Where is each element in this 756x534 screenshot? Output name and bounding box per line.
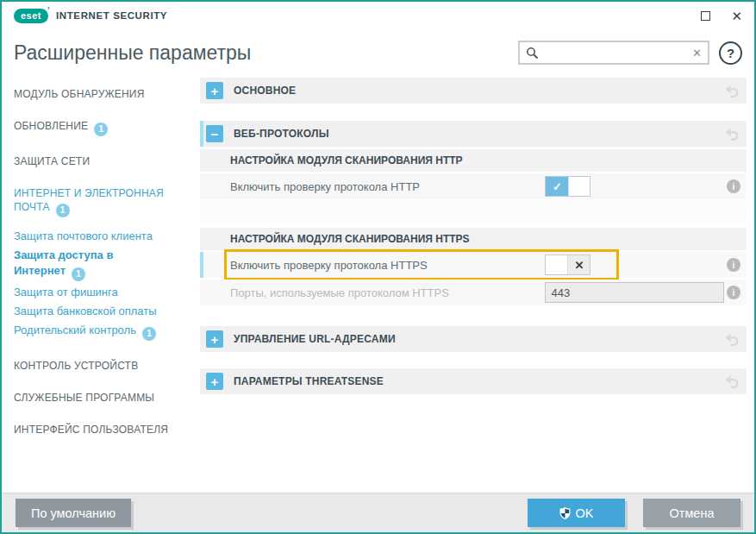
footer: По умолчанию OK Отмена bbox=[2, 493, 754, 532]
http-toggle-row: Включить проверку протокола HTTP ✓ i bbox=[200, 173, 747, 199]
expand-icon[interactable]: + bbox=[206, 330, 223, 348]
info-icon[interactable]: i bbox=[727, 258, 740, 272]
http-toggle-switch[interactable]: ✓ bbox=[545, 176, 590, 197]
maximize-icon[interactable] bbox=[701, 11, 710, 21]
search-box[interactable]: ✕ bbox=[518, 41, 709, 65]
sidebar-item-label: СЛУЖЕБНЫЕ ПРОГРАММЫ bbox=[14, 392, 154, 404]
https-ports-input[interactable] bbox=[545, 282, 724, 303]
collapse-icon[interactable]: − bbox=[206, 125, 223, 142]
sidebar-item-label: Защита банковской оплаты bbox=[14, 305, 157, 317]
http-toggle-label: Включить проверку протокола HTTP bbox=[230, 180, 545, 193]
sidebar-item-email-client-protection[interactable]: Защита почтового клиента bbox=[14, 229, 191, 243]
section-basic[interactable]: + ОСНОВНОЕ bbox=[200, 78, 747, 104]
sidebar-item-label: ЗАЩИТА СЕТИ bbox=[14, 155, 90, 167]
section-web-protocols-label: ВЕБ-ПРОТОКОЛЫ bbox=[234, 128, 329, 140]
settings-content: + ОСНОВНОЕ − ВЕБ-ПРОТОКОЛЫ bbox=[200, 76, 754, 493]
web-access-badge: 1 bbox=[72, 267, 85, 281]
https-toggle-switch[interactable]: ✕ bbox=[545, 254, 590, 275]
update-badge: 1 bbox=[94, 123, 108, 136]
body: МОДУЛЬ ОБНАРУЖЕНИЯ ОБНОВЛЕНИЕ1 ЗАЩИТА СЕ… bbox=[2, 76, 754, 493]
sidebar-item-web-access-protection[interactable]: Защита доступа в Интернет1 bbox=[14, 248, 156, 281]
sidebar-item-antiphishing[interactable]: Защита от фишинга bbox=[14, 285, 191, 299]
https-ports-label: Порты, используемые протоколом HTTPS bbox=[230, 286, 545, 299]
search-icon bbox=[526, 47, 539, 60]
sidebar-item-device-control[interactable]: КОНТРОЛЬ УСТРОЙСТВ bbox=[14, 359, 191, 373]
window-controls: ✕ bbox=[701, 9, 742, 22]
sidebar-item-label: МОДУЛЬ ОБНАРУЖЕНИЯ bbox=[14, 88, 145, 100]
section-threatsense-label: ПАРАМЕТРЫ THREATSENSE bbox=[234, 375, 384, 387]
cancel-button[interactable]: Отмена bbox=[643, 499, 740, 527]
https-toggle-row: Включить проверку протокола HTTPS ✕ i bbox=[200, 252, 747, 278]
sidebar-item-label: Родительский контроль bbox=[14, 324, 136, 336]
section-url-management-label: УПРАВЛЕНИЕ URL-АДРЕСАМИ bbox=[234, 333, 396, 345]
help-button[interactable]: ? bbox=[719, 41, 742, 65]
sidebar-item-label: ОБНОВЛЕНИЕ bbox=[14, 120, 88, 132]
sidebar-item-network-protection[interactable]: ЗАЩИТА СЕТИ bbox=[14, 154, 191, 168]
revert-icon[interactable] bbox=[725, 128, 740, 141]
sidebar-item-parental-control[interactable]: Родительский контроль1 bbox=[14, 323, 191, 341]
revert-icon[interactable] bbox=[725, 85, 740, 97]
sidebar-item-banking-protection[interactable]: Защита банковской оплаты bbox=[14, 304, 191, 318]
check-icon: ✓ bbox=[546, 177, 568, 196]
sidebar-item-update[interactable]: ОБНОВЛЕНИЕ1 bbox=[14, 119, 191, 136]
sidebar-item-web-and-email[interactable]: ИНТЕРНЕТ И ЭЛЕКТРОННАЯ ПОЧТА1 bbox=[14, 186, 178, 217]
ok-button-label: OK bbox=[576, 506, 594, 520]
sidebar-item-detection-engine[interactable]: МОДУЛЬ ОБНАРУЖЕНИЯ bbox=[14, 87, 191, 101]
sidebar-item-label: Защита от фишинга bbox=[14, 286, 118, 298]
sidebar-item-tools[interactable]: СЛУЖЕБНЫЕ ПРОГРАММЫ bbox=[14, 391, 191, 405]
https-scanner-subheader: НАСТРОЙКА МОДУЛЯ СКАНИРОВАНИЯ HTTPS bbox=[200, 228, 747, 250]
expand-icon[interactable]: + bbox=[206, 82, 223, 99]
page-title: Расширенные параметры bbox=[14, 41, 251, 65]
uac-shield-icon bbox=[559, 507, 571, 519]
parental-badge: 1 bbox=[142, 327, 156, 341]
https-toggle-label: Включить проверку протокола HTTPS bbox=[230, 259, 545, 272]
info-icon[interactable]: i bbox=[727, 179, 740, 193]
modified-accent-bar bbox=[200, 252, 203, 278]
http-scanner-subheader: НАСТРОЙКА МОДУЛЯ СКАНИРОВАНИЯ HTTP bbox=[200, 149, 747, 172]
search-clear-icon[interactable]: ✕ bbox=[692, 47, 702, 60]
cross-icon: ✕ bbox=[568, 255, 590, 274]
toggle-knob bbox=[568, 177, 590, 196]
sidebar-item-label: КОНТРОЛЬ УСТРОЙСТВ bbox=[14, 360, 138, 372]
header: Расширенные параметры ✕ ? bbox=[2, 29, 754, 76]
toggle-knob bbox=[546, 255, 568, 274]
section-basic-label: ОСНОВНОЕ bbox=[234, 85, 296, 97]
spacer-row bbox=[200, 201, 747, 225]
search-input[interactable] bbox=[542, 47, 689, 60]
section-url-management[interactable]: + УПРАВЛЕНИЕ URL-АДРЕСАМИ bbox=[200, 326, 747, 352]
eset-logo: eset bbox=[14, 9, 48, 23]
sidebar-item-label: Защита почтового клиента bbox=[14, 229, 153, 242]
titlebar: eset INTERNET SECURITY ✕ bbox=[2, 2, 754, 29]
section-web-protocols[interactable]: − ВЕБ-ПРОТОКОЛЫ bbox=[200, 121, 747, 147]
sidebar: МОДУЛЬ ОБНАРУЖЕНИЯ ОБНОВЛЕНИЕ1 ЗАЩИТА СЕ… bbox=[2, 76, 200, 493]
revert-icon[interactable] bbox=[725, 333, 740, 346]
web-email-badge: 1 bbox=[56, 204, 70, 217]
product-name: INTERNET SECURITY bbox=[56, 10, 167, 21]
https-ports-row: Порты, используемые протоколом HTTPS i bbox=[200, 280, 747, 305]
sidebar-item-user-interface[interactable]: ИНТЕРФЕЙС ПОЛЬЗОВАТЕЛЯ bbox=[14, 423, 191, 437]
info-icon[interactable]: i bbox=[727, 286, 740, 299]
sidebar-item-label: ИНТЕРНЕТ И ЭЛЕКТРОННАЯ ПОЧТА bbox=[14, 187, 164, 213]
expand-icon[interactable]: + bbox=[206, 373, 223, 390]
revert-icon[interactable] bbox=[725, 375, 740, 388]
section-threatsense[interactable]: + ПАРАМЕТРЫ THREATSENSE bbox=[200, 368, 747, 394]
restore-defaults-button[interactable]: По умолчанию bbox=[16, 499, 131, 527]
close-icon[interactable]: ✕ bbox=[731, 9, 742, 22]
sidebar-item-label: Защита доступа в Интернет bbox=[14, 248, 113, 277]
ok-button[interactable]: OK bbox=[528, 499, 625, 527]
eset-advanced-settings-window: eset INTERNET SECURITY ✕ Расширенные пар… bbox=[0, 0, 756, 534]
modified-accent-bar bbox=[200, 121, 203, 147]
sidebar-item-label: ИНТЕРФЕЙС ПОЛЬЗОВАТЕЛЯ bbox=[14, 424, 168, 436]
